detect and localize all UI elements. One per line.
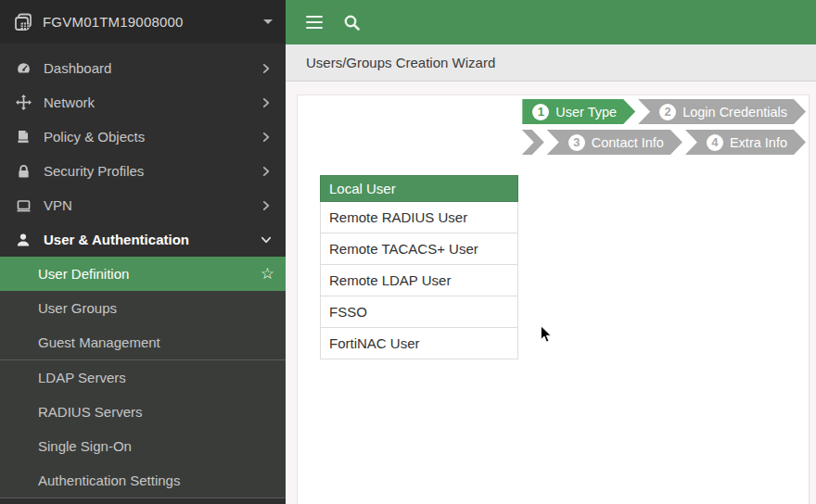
wizard-step-extra-info[interactable]: 4 Extra Info bbox=[685, 130, 806, 155]
wizard-row-2: 3 Contact Info 4 Extra Info bbox=[522, 130, 806, 155]
sidebar-subitem-label: LDAP Servers bbox=[38, 370, 286, 385]
step-number-badge: 3 bbox=[568, 134, 585, 151]
user-type-option-remote-tacacs[interactable]: Remote TACACS+ User bbox=[320, 233, 518, 265]
chevron-right-icon bbox=[261, 63, 272, 74]
wizard-step-contact-info[interactable]: 3 Contact Info bbox=[547, 130, 682, 155]
step-label: Login Credentials bbox=[682, 105, 787, 120]
sidebar-subitem-user-definition[interactable]: User Definition ☆ bbox=[0, 257, 286, 291]
device-dropdown-caret-icon bbox=[263, 19, 273, 24]
user-type-list: Local User Remote RADIUS User Remote TAC… bbox=[320, 175, 518, 359]
step-label: User Type bbox=[555, 105, 617, 120]
search-icon[interactable] bbox=[343, 14, 361, 32]
user-type-label: Remote RADIUS User bbox=[329, 209, 467, 225]
sidebar-subitem-single-sign-on[interactable]: Single Sign-On bbox=[0, 429, 286, 463]
page-title: Users/Groups Creation Wizard bbox=[306, 55, 495, 70]
user-type-label: Local User bbox=[329, 181, 396, 196]
user-type-option-fsso[interactable]: FSSO bbox=[320, 296, 518, 328]
menu-hamburger-icon[interactable] bbox=[306, 16, 323, 30]
user-icon bbox=[14, 233, 32, 247]
user-type-label: Remote TACACS+ User bbox=[329, 241, 478, 257]
sidebar-item-dashboard[interactable]: Dashboard bbox=[0, 51, 286, 85]
sidebar-subitem-label: RADIUS Servers bbox=[38, 404, 286, 420]
sidebar-item-label: Dashboard bbox=[44, 60, 111, 76]
wizard-card: 1 User Type 2 Login Credentials 3 Contac… bbox=[297, 94, 810, 504]
sidebar-item-label: VPN bbox=[44, 197, 72, 213]
top-bar bbox=[286, 0, 816, 44]
wizard-row-1: 1 User Type 2 Login Credentials bbox=[522, 99, 806, 124]
sidebar-subitem-label: Authentication Settings bbox=[38, 472, 286, 488]
sidebar-item-policy-objects[interactable]: Policy & Objects bbox=[0, 120, 286, 154]
chevron-right-icon bbox=[261, 97, 272, 108]
device-name: FGVM01TM19008000 bbox=[43, 14, 263, 30]
device-selector[interactable]: FGVM01TM19008000 bbox=[0, 0, 286, 44]
content-area: 1 User Type 2 Login Credentials 3 Contac… bbox=[286, 82, 816, 504]
sidebar-item-label: Policy & Objects bbox=[44, 129, 145, 145]
sidebar-subitem-label: Guest Management bbox=[38, 334, 286, 350]
sidebar: FGVM01TM19008000 Dashboard Network bbox=[0, 0, 286, 504]
user-type-option-fortinac[interactable]: FortiNAC User bbox=[320, 328, 518, 359]
user-type-label: Remote LDAP User bbox=[329, 272, 451, 288]
sidebar-subitem-ldap-servers[interactable]: LDAP Servers bbox=[0, 360, 286, 395]
sidebar-item-label: Network bbox=[44, 94, 95, 110]
monitor-icon bbox=[14, 198, 32, 213]
user-type-label: FSSO bbox=[329, 304, 367, 320]
sidebar-subitem-user-groups[interactable]: User Groups bbox=[0, 291, 286, 325]
sidebar-subitem-radius-servers[interactable]: RADIUS Servers bbox=[0, 395, 286, 429]
step-number-badge: 4 bbox=[707, 134, 723, 151]
user-authentication-submenu: User Definition ☆ User Groups Guest Mana… bbox=[0, 257, 286, 498]
step-number-badge: 1 bbox=[532, 104, 549, 120]
sidebar-subitem-label: Single Sign-On bbox=[38, 438, 286, 454]
step-label: Contact Info bbox=[592, 135, 664, 150]
gauge-icon bbox=[14, 60, 32, 76]
chevron-right-icon bbox=[261, 166, 272, 177]
sidebar-menu: Dashboard Network Policy & Objects bbox=[0, 44, 286, 498]
chevron-right-icon bbox=[261, 132, 272, 143]
sidebar-item-user-authentication[interactable]: User & Authentication bbox=[0, 222, 286, 257]
document-icon bbox=[14, 130, 32, 145]
lock-icon bbox=[14, 164, 32, 179]
chevron-right-icon bbox=[261, 200, 272, 211]
sidebar-subitem-authentication-settings[interactable]: Authentication Settings bbox=[0, 463, 286, 498]
submenu-divider bbox=[0, 498, 286, 498]
sidebar-item-security-profiles[interactable]: Security Profiles bbox=[0, 154, 286, 188]
sidebar-item-network[interactable]: Network bbox=[0, 85, 286, 120]
device-stack-icon bbox=[13, 12, 33, 32]
sidebar-subitem-label: User Definition bbox=[38, 266, 261, 282]
wizard-step-login-credentials[interactable]: 2 Login Credentials bbox=[638, 99, 806, 124]
step-number-badge: 2 bbox=[659, 104, 676, 120]
sidebar-subitem-label: User Groups bbox=[38, 300, 286, 316]
move-arrows-icon bbox=[14, 94, 32, 110]
user-type-option-remote-ldap[interactable]: Remote LDAP User bbox=[320, 265, 518, 296]
sidebar-subitem-guest-management[interactable]: Guest Management bbox=[0, 325, 286, 359]
sidebar-item-vpn[interactable]: VPN bbox=[0, 188, 286, 222]
fortigate-app: FGVM01TM19008000 Dashboard Network bbox=[0, 0, 816, 504]
favorite-star-icon[interactable]: ☆ bbox=[261, 264, 274, 284]
user-type-option-local-user-selected[interactable]: Local User bbox=[320, 175, 518, 202]
wizard-step-user-type[interactable]: 1 User Type bbox=[522, 99, 635, 124]
user-type-label: FortiNAC User bbox=[329, 335, 420, 351]
user-type-option-remote-radius[interactable]: Remote RADIUS User bbox=[320, 202, 518, 233]
breadcrumb: Users/Groups Creation Wizard bbox=[286, 44, 816, 82]
sidebar-item-label: Security Profiles bbox=[44, 163, 144, 179]
wizard-steps: 1 User Type 2 Login Credentials 3 Contac… bbox=[298, 95, 809, 155]
chevron-down-icon bbox=[261, 234, 272, 246]
wizard-wrap-chevron-icon bbox=[522, 130, 544, 155]
sidebar-item-label: User & Authentication bbox=[44, 232, 189, 247]
step-label: Extra Info bbox=[730, 135, 787, 150]
